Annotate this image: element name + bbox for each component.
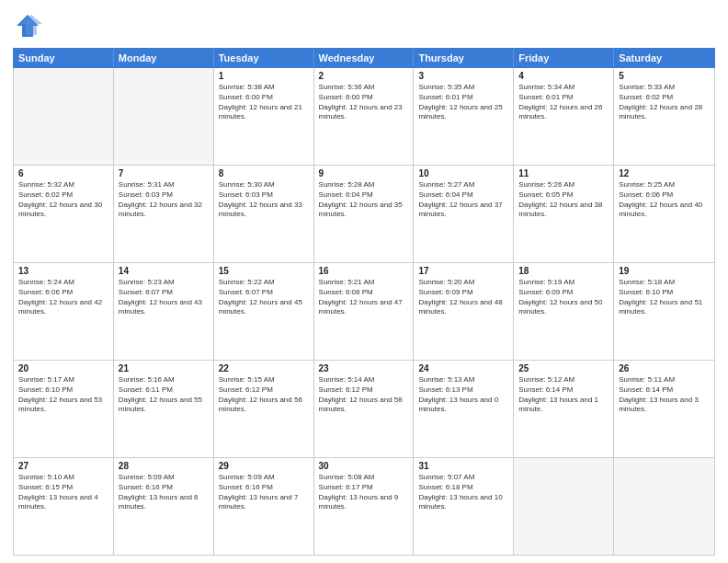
day-number: 9	[319, 168, 409, 178]
day-cell-16: 16Sunrise: 5:21 AMSunset: 6:08 PMDayligh…	[314, 263, 415, 360]
day-cell-30: 30Sunrise: 5:08 AMSunset: 6:17 PMDayligh…	[314, 458, 415, 555]
day-cell-21: 21Sunrise: 5:16 AMSunset: 6:11 PMDayligh…	[114, 361, 214, 457]
logo-icon	[13, 13, 42, 39]
day-cell-10: 10Sunrise: 5:27 AMSunset: 6:04 PMDayligh…	[414, 166, 514, 262]
day-cell-17: 17Sunrise: 5:20 AMSunset: 6:09 PMDayligh…	[414, 263, 514, 360]
day-info: Sunrise: 5:30 AMSunset: 6:03 PMDaylight:…	[219, 180, 309, 220]
header-day-tuesday: Tuesday	[214, 49, 314, 67]
day-cell-1: 1Sunrise: 5:38 AMSunset: 6:00 PMDaylight…	[214, 68, 314, 165]
day-number: 17	[418, 266, 508, 276]
week-row-1: 1Sunrise: 5:38 AMSunset: 6:00 PMDaylight…	[14, 68, 714, 166]
day-number: 31	[418, 461, 508, 471]
week-row-3: 13Sunrise: 5:24 AMSunset: 6:06 PMDayligh…	[14, 263, 714, 361]
day-number: 15	[219, 266, 309, 276]
day-info: Sunrise: 5:16 AMSunset: 6:11 PMDaylight:…	[119, 375, 209, 415]
day-cell-5: 5Sunrise: 5:33 AMSunset: 6:02 PMDaylight…	[614, 68, 714, 165]
day-number: 30	[319, 461, 409, 471]
day-number: 27	[18, 461, 108, 471]
empty-cell	[114, 68, 214, 165]
day-cell-28: 28Sunrise: 5:09 AMSunset: 6:16 PMDayligh…	[114, 458, 214, 555]
day-cell-25: 25Sunrise: 5:12 AMSunset: 6:14 PMDayligh…	[514, 361, 614, 457]
day-number: 21	[119, 363, 209, 373]
day-cell-2: 2Sunrise: 5:36 AMSunset: 6:00 PMDaylight…	[314, 68, 415, 165]
day-number: 5	[619, 71, 710, 81]
day-cell-26: 26Sunrise: 5:11 AMSunset: 6:14 PMDayligh…	[614, 361, 714, 457]
day-number: 25	[518, 363, 609, 373]
day-number: 4	[518, 71, 609, 81]
day-info: Sunrise: 5:13 AMSunset: 6:13 PMDaylight:…	[418, 375, 508, 415]
day-info: Sunrise: 5:08 AMSunset: 6:17 PMDaylight:…	[319, 473, 409, 512]
day-info: Sunrise: 5:35 AMSunset: 6:01 PMDaylight:…	[418, 83, 508, 122]
day-number: 1	[219, 71, 309, 81]
day-info: Sunrise: 5:28 AMSunset: 6:04 PMDaylight:…	[319, 180, 409, 220]
day-info: Sunrise: 5:27 AMSunset: 6:04 PMDaylight:…	[418, 180, 508, 220]
day-info: Sunrise: 5:09 AMSunset: 6:16 PMDaylight:…	[219, 473, 309, 512]
day-number: 26	[619, 363, 710, 373]
day-info: Sunrise: 5:33 AMSunset: 6:02 PMDaylight:…	[619, 83, 710, 122]
day-info: Sunrise: 5:12 AMSunset: 6:14 PMDaylight:…	[518, 375, 609, 415]
day-cell-6: 6Sunrise: 5:32 AMSunset: 6:02 PMDaylight…	[14, 166, 114, 262]
day-cell-9: 9Sunrise: 5:28 AMSunset: 6:04 PMDaylight…	[314, 166, 415, 262]
day-number: 13	[18, 266, 108, 276]
day-number: 18	[518, 266, 609, 276]
day-info: Sunrise: 5:32 AMSunset: 6:02 PMDaylight:…	[18, 180, 108, 220]
day-cell-7: 7Sunrise: 5:31 AMSunset: 6:03 PMDaylight…	[114, 166, 214, 262]
day-info: Sunrise: 5:10 AMSunset: 6:15 PMDaylight:…	[18, 473, 108, 512]
week-row-2: 6Sunrise: 5:32 AMSunset: 6:02 PMDaylight…	[14, 166, 714, 263]
day-number: 24	[418, 363, 508, 373]
day-cell-11: 11Sunrise: 5:26 AMSunset: 6:05 PMDayligh…	[514, 166, 614, 262]
day-info: Sunrise: 5:23 AMSunset: 6:07 PMDaylight:…	[119, 278, 209, 317]
calendar: SundayMondayTuesdayWednesdayThursdayFrid…	[13, 48, 715, 556]
header-day-monday: Monday	[114, 49, 214, 67]
logo	[13, 13, 46, 42]
day-number: 12	[619, 168, 710, 178]
day-cell-12: 12Sunrise: 5:25 AMSunset: 6:06 PMDayligh…	[614, 166, 714, 262]
day-number: 23	[319, 363, 409, 373]
calendar-body: 1Sunrise: 5:38 AMSunset: 6:00 PMDaylight…	[13, 68, 715, 556]
day-info: Sunrise: 5:17 AMSunset: 6:10 PMDaylight:…	[18, 375, 108, 415]
header-day-friday: Friday	[514, 49, 614, 67]
day-cell-20: 20Sunrise: 5:17 AMSunset: 6:10 PMDayligh…	[14, 361, 114, 457]
day-number: 29	[219, 461, 309, 471]
day-number: 28	[119, 461, 209, 471]
day-info: Sunrise: 5:31 AMSunset: 6:03 PMDaylight:…	[119, 180, 209, 220]
empty-cell	[614, 458, 714, 555]
calendar-header: SundayMondayTuesdayWednesdayThursdayFrid…	[13, 48, 715, 68]
day-info: Sunrise: 5:18 AMSunset: 6:10 PMDaylight:…	[619, 278, 710, 317]
day-cell-18: 18Sunrise: 5:19 AMSunset: 6:09 PMDayligh…	[514, 263, 614, 360]
empty-cell	[14, 68, 114, 165]
day-cell-29: 29Sunrise: 5:09 AMSunset: 6:16 PMDayligh…	[214, 458, 314, 555]
day-number: 8	[219, 168, 309, 178]
day-cell-22: 22Sunrise: 5:15 AMSunset: 6:12 PMDayligh…	[214, 361, 314, 457]
day-cell-3: 3Sunrise: 5:35 AMSunset: 6:01 PMDaylight…	[414, 68, 514, 165]
day-number: 14	[119, 266, 209, 276]
day-cell-27: 27Sunrise: 5:10 AMSunset: 6:15 PMDayligh…	[14, 458, 114, 555]
day-cell-19: 19Sunrise: 5:18 AMSunset: 6:10 PMDayligh…	[614, 263, 714, 360]
week-row-4: 20Sunrise: 5:17 AMSunset: 6:10 PMDayligh…	[14, 361, 714, 458]
day-info: Sunrise: 5:36 AMSunset: 6:00 PMDaylight:…	[319, 83, 409, 122]
day-info: Sunrise: 5:22 AMSunset: 6:07 PMDaylight:…	[219, 278, 309, 317]
day-info: Sunrise: 5:26 AMSunset: 6:05 PMDaylight:…	[518, 180, 609, 220]
day-number: 2	[319, 71, 409, 81]
day-info: Sunrise: 5:19 AMSunset: 6:09 PMDaylight:…	[518, 278, 609, 317]
day-info: Sunrise: 5:25 AMSunset: 6:06 PMDaylight:…	[619, 180, 710, 220]
day-info: Sunrise: 5:20 AMSunset: 6:09 PMDaylight:…	[418, 278, 508, 317]
header-day-wednesday: Wednesday	[314, 49, 415, 67]
day-info: Sunrise: 5:34 AMSunset: 6:01 PMDaylight:…	[518, 83, 609, 122]
day-info: Sunrise: 5:15 AMSunset: 6:12 PMDaylight:…	[219, 375, 309, 415]
day-cell-15: 15Sunrise: 5:22 AMSunset: 6:07 PMDayligh…	[214, 263, 314, 360]
day-cell-4: 4Sunrise: 5:34 AMSunset: 6:01 PMDaylight…	[514, 68, 614, 165]
header-day-sunday: Sunday	[14, 49, 114, 67]
day-number: 3	[418, 71, 508, 81]
day-info: Sunrise: 5:21 AMSunset: 6:08 PMDaylight:…	[319, 278, 409, 317]
day-cell-24: 24Sunrise: 5:13 AMSunset: 6:13 PMDayligh…	[414, 361, 514, 457]
day-cell-8: 8Sunrise: 5:30 AMSunset: 6:03 PMDaylight…	[214, 166, 314, 262]
header-day-saturday: Saturday	[614, 49, 714, 67]
day-number: 11	[518, 168, 609, 178]
day-cell-14: 14Sunrise: 5:23 AMSunset: 6:07 PMDayligh…	[114, 263, 214, 360]
day-number: 19	[619, 266, 710, 276]
day-info: Sunrise: 5:24 AMSunset: 6:06 PMDaylight:…	[18, 278, 108, 317]
day-number: 16	[319, 266, 409, 276]
empty-cell	[514, 458, 614, 555]
day-cell-23: 23Sunrise: 5:14 AMSunset: 6:12 PMDayligh…	[314, 361, 415, 457]
